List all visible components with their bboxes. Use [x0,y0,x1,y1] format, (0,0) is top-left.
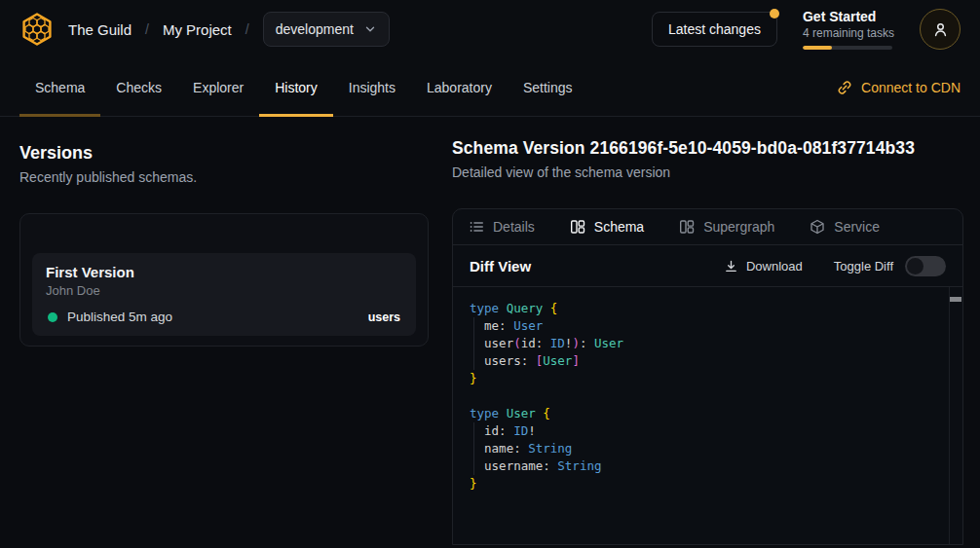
columns-icon [570,219,585,235]
header-right: Latest changes Get Started 4 remaining t… [652,9,961,50]
code-line: id: ID! [470,422,962,440]
get-started-widget[interactable]: Get Started 4 remaining tasks [803,9,894,50]
chain-link-icon [837,80,852,95]
connect-to-cdn-label: Connect to CDN [861,80,961,95]
toggle-diff-knob [907,258,923,274]
code-block: type Query { me: User user(id: ID!): Use… [470,300,962,493]
nav-tabs: SchemaChecksExplorerHistoryInsightsLabor… [19,58,588,116]
version-name: First Version [46,264,400,280]
detail-tab-supergraph[interactable]: Supergraph [679,219,774,235]
toggle-diff-switch[interactable] [905,256,946,276]
versions-list-card: First Version John Doe Published 5m ago … [19,213,429,347]
cube-icon [810,219,825,235]
nav-tab-explorer[interactable]: Explorer [177,58,259,116]
target-selector-value: development [276,21,354,37]
nav-tab-laboratory[interactable]: Laboratory [411,58,508,116]
version-status: Published 5m ago [67,310,172,324]
code-line: users: [User] [470,352,962,370]
code-line [470,387,962,405]
breadcrumb-separator: / [245,21,249,37]
latest-changes-button[interactable]: Latest changes [652,12,777,47]
schema-version-title: Schema Version 2166196f-5e10-4059-bd0a-0… [452,138,963,159]
breadcrumb-separator: / [145,21,149,37]
code-line: me: User [470,317,962,335]
list-icon [469,219,484,235]
code-line: } [470,475,962,493]
get-started-subtitle: 4 remaining tasks [803,26,894,41]
main-navbar: SchemaChecksExplorerHistoryInsightsLabor… [0,58,980,117]
code-line: type Query { [470,300,962,317]
detail-tab-label: Supergraph [703,219,774,235]
schema-version-subtitle: Detailed view of the schema version [452,164,963,180]
version-service-badge: users [368,311,400,324]
code-line: } [470,370,962,387]
detail-tab-service[interactable]: Service [810,219,880,235]
nav-tab-insights[interactable]: Insights [333,58,411,116]
breadcrumb-project[interactable]: My Project [163,21,232,38]
version-list-item[interactable]: First Version John Doe Published 5m ago … [32,253,416,336]
schema-code-editor: type Query { me: User user(id: ID!): Use… [453,287,962,544]
chevron-down-icon [363,22,377,36]
download-button[interactable]: Download [724,259,803,274]
download-label: Download [746,259,803,274]
get-started-progress-fill [803,46,832,50]
get-started-progress-bar [803,46,892,50]
app-header: The Guild / My Project / development Lat… [0,0,980,58]
target-selector[interactable]: development [263,12,390,47]
version-author: John Doe [46,283,400,298]
connect-to-cdn-link[interactable]: Connect to CDN [837,58,961,116]
diff-view-header: Diff View Download Toggle Diff [453,245,962,287]
code-line: name: String [470,440,962,457]
nav-tab-checks[interactable]: Checks [100,58,177,116]
diff-view-title: Diff View [470,258,531,274]
notification-dot [770,9,779,18]
latest-changes-label: Latest changes [668,21,761,37]
nav-tab-history[interactable]: History [259,58,333,116]
published-status-icon [48,312,57,322]
guild-logo-icon[interactable] [19,12,55,47]
editor-scrollbar-thumb[interactable] [950,297,961,302]
code-line: user(id: ID!): User [470,335,962,352]
versions-subtitle: Recently published schemas. [19,169,429,185]
columns-icon [679,219,695,235]
code-line: type User { [470,405,962,422]
version-detail-panel: Schema Version 2166196f-5e10-4059-bd0a-0… [452,117,980,548]
detail-tab-label: Details [493,219,535,235]
schema-view-panel: Details Schema Supergraph Service Diff V… [452,208,963,545]
download-icon [724,259,738,274]
versions-title: Versions [19,143,429,164]
detail-tab-label: Schema [594,219,644,235]
nav-tab-settings[interactable]: Settings [508,58,588,116]
main-content: Versions Recently published schemas. Fir… [0,117,980,548]
nav-tab-schema[interactable]: Schema [19,58,100,116]
get-started-title: Get Started [803,9,894,25]
detail-tab-schema[interactable]: Schema [570,219,644,235]
person-icon [932,21,949,38]
versions-panel: Versions Recently published schemas. Fir… [0,117,452,548]
breadcrumb-org[interactable]: The Guild [68,21,132,38]
editor-scrollbar-track[interactable] [949,287,962,544]
toggle-diff-label: Toggle Diff [834,259,893,274]
active-tab-underline [259,114,333,117]
active-tab-underline [19,114,100,117]
detail-tab-details[interactable]: Details [469,219,535,235]
user-avatar[interactable] [920,9,961,50]
detail-tabs: Details Schema Supergraph Service [453,209,962,245]
breadcrumb: The Guild / My Project / development [68,12,390,47]
code-line: username: String [470,457,962,475]
detail-tab-label: Service [834,219,880,235]
